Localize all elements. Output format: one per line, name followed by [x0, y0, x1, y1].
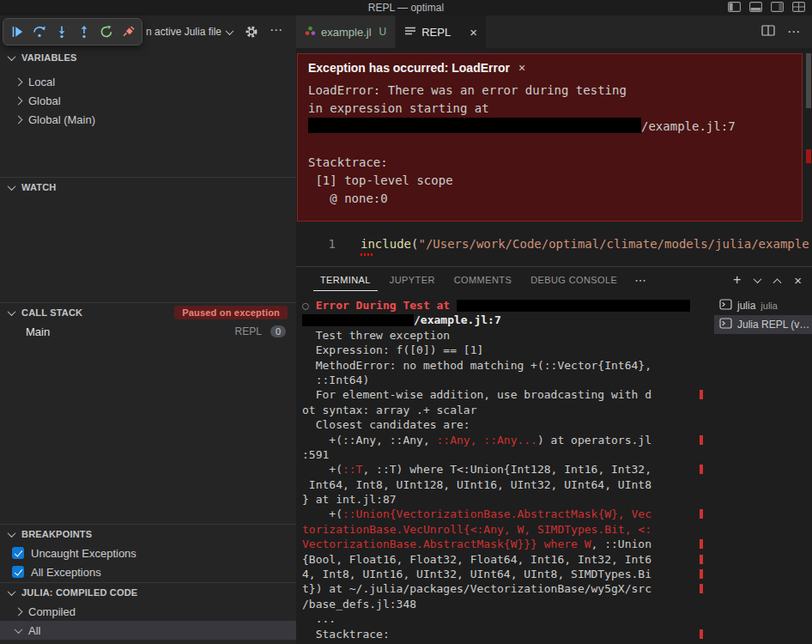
split-editor-icon[interactable] — [761, 24, 775, 40]
call-stack-section-header[interactable]: CALL STACK Paused on exception — [0, 303, 296, 322]
customize-layout-icon[interactable] — [792, 2, 805, 15]
chevron-down-icon — [8, 307, 16, 316]
terminal-line: torizationBase.VecUnroll{<:Any, W, SIMDT… — [302, 522, 710, 537]
toggle-panel-icon[interactable] — [749, 2, 762, 15]
compiled-all-item[interactable]: All — [0, 621, 296, 640]
checkbox-checked-icon[interactable] — [12, 566, 24, 578]
new-terminal-icon[interactable]: + — [733, 273, 741, 287]
chevron-down-icon — [8, 529, 16, 538]
redacted-path — [302, 314, 414, 326]
panel-actions: + × — [733, 273, 812, 287]
panel-tab-debug-console[interactable]: DEBUG CONSOLE — [524, 269, 624, 291]
breakpoints-section-header[interactable]: BREAKPOINTS — [0, 525, 296, 544]
panel-tab-terminal[interactable]: TERMINAL — [313, 269, 378, 291]
tab-example-jl[interactable]: example.jl U — [296, 15, 396, 48]
call-stack-section: CALL STACK Paused on exception Main REPL… — [0, 302, 296, 524]
variables-scope-global-main[interactable]: Global (Main) — [0, 110, 296, 129]
watch-section: WATCH — [0, 177, 296, 302]
exception-line: @ none:0 — [308, 190, 791, 208]
terminal-red-mark-decoration — [700, 509, 703, 519]
debug-step-out-button[interactable] — [73, 21, 94, 43]
terminal-line: Test threw exception — [302, 328, 710, 343]
debug-continue-button[interactable] — [6, 21, 27, 43]
panel-more-tabs-icon[interactable]: ⋯ — [634, 273, 646, 287]
close-exception-icon[interactable]: × — [518, 61, 525, 75]
debug-config-label: n active Julia file — [146, 26, 221, 38]
toggle-secondary-sidebar-icon[interactable] — [771, 2, 784, 15]
exception-title: Exception has occurred: LoadError — [308, 61, 510, 75]
checkbox-checked-icon[interactable] — [12, 547, 24, 559]
terminal-profile-dropdown-icon[interactable] — [754, 275, 762, 283]
breakpoint-all-exceptions[interactable]: All Exceptions — [0, 562, 296, 581]
watch-section-header[interactable]: WATCH — [0, 178, 296, 197]
terminal-line: /base_defs.jl:348 — [302, 597, 710, 611]
variables-section-header[interactable]: VARIABLES — [0, 48, 296, 67]
terminal-line: Int64, Int8, UInt128, UInt16, UInt32, UI… — [302, 477, 710, 492]
chevron-right-icon — [15, 77, 23, 86]
tab-repl[interactable]: REPL × — [396, 15, 486, 48]
debug-restart-button[interactable] — [95, 21, 117, 43]
bottom-panel: TERMINAL JUPYTER COMMENTS DEBUG CONSOLE … — [296, 266, 812, 644]
terminal-line: /example.jl:7 — [302, 313, 710, 327]
maximize-panel-icon[interactable] — [773, 278, 782, 287]
titlebar-layout-controls — [728, 2, 805, 15]
terminal-tab-julia-repl[interactable]: Julia REPL (v… — [714, 315, 812, 334]
variables-scope-local[interactable]: Local — [0, 72, 296, 91]
exception-line: LoadError: There was an error during tes… — [308, 82, 791, 100]
close-tab-icon[interactable]: × — [470, 26, 477, 39]
redacted-path — [457, 300, 690, 312]
scope-label: Global — [28, 94, 61, 107]
scrollbar-thumb[interactable] — [806, 53, 811, 108]
chevron-down-icon — [15, 625, 23, 634]
exception-body: LoadError: There was an error during tes… — [308, 82, 791, 208]
git-untracked-badge: U — [379, 26, 387, 38]
terminal-line: For element-wise addition, use broadcast… — [302, 387, 710, 402]
julia-compiled-code-section: JULIA: COMPILED CODE Compiled All — [0, 582, 296, 644]
terminal-line: +(::T, ::T) where T<:Union{Int128, Int16… — [302, 462, 710, 477]
toggle-primary-sidebar-icon[interactable] — [728, 2, 741, 15]
gear-icon[interactable] — [245, 25, 258, 42]
line-number: 1 — [320, 237, 336, 251]
code-line-1[interactable]: 1 include("/Users/work/Code/optimal/clim… — [296, 235, 812, 256]
chevron-down-icon — [8, 52, 16, 61]
terminal-line: VectorizationBase.AbstractMask{W}}} wher… — [302, 537, 710, 551]
terminal-line: Closest candidates are: — [302, 417, 710, 432]
debug-step-over-button[interactable] — [28, 21, 50, 43]
debug-step-into-button[interactable] — [51, 21, 72, 43]
breakpoint-uncaught-exceptions[interactable]: Uncaught Exceptions — [0, 544, 296, 562]
compiled-item[interactable]: Compiled — [0, 602, 296, 621]
breakpoint-label: All Exceptions — [31, 566, 101, 579]
terminal-line: MethodError: no method matching +(::Vect… — [302, 358, 710, 373]
terminal-tab-julia[interactable]: julia julia — [714, 296, 812, 315]
editor-scrollbar[interactable] — [804, 48, 812, 266]
scope-label: Local — [28, 76, 55, 88]
panel-tab-jupyter[interactable]: JUPYTER — [383, 269, 442, 291]
terminal-line: :591 — [302, 447, 710, 462]
section-title: JULIA: COMPILED CODE — [21, 587, 137, 598]
terminal-line: +(::Any, ::Any, ::Any, ::Any...) at oper… — [302, 433, 710, 447]
section-title: WATCH — [21, 182, 57, 192]
frame-label: Main — [26, 325, 50, 338]
chevron-down-icon — [8, 587, 16, 596]
editor-group: Exception has occurred: LoadError × Load… — [296, 48, 812, 644]
close-panel-icon[interactable]: × — [794, 274, 802, 287]
editor-more-actions-icon[interactable]: ⋯ — [787, 24, 800, 39]
terminal-output[interactable]: ○ Error During Test at /example.jl:7 Tes… — [296, 293, 710, 644]
terminal-line: } at int.jl:87 — [302, 492, 710, 507]
toolbar-row: n active Julia file ⋯ example.jl U REPL … — [0, 15, 812, 48]
call-stack-frame-main[interactable]: Main REPL 0 — [0, 322, 296, 341]
debug-config-dropdown[interactable]: n active Julia file — [146, 15, 233, 48]
panel-tab-comments[interactable]: COMMENTS — [447, 269, 518, 291]
editor-area[interactable]: Exception has occurred: LoadError × Load… — [296, 48, 812, 266]
debug-disconnect-button[interactable] — [118, 21, 139, 43]
breakpoints-section: BREAKPOINTS Uncaught Exceptions All Exce… — [0, 524, 296, 582]
variables-scope-global[interactable]: Global — [0, 91, 296, 110]
titlebar: REPL — optimal — [0, 0, 812, 15]
toolbar-more-actions-icon[interactable]: ⋯ — [270, 22, 282, 38]
exception-line: [1] top-level scope — [308, 172, 791, 190]
exception-line: in expression starting at — [308, 100, 791, 118]
debug-toolbar — [3, 18, 142, 46]
section-title: CALL STACK — [21, 307, 82, 318]
tab-label: REPL — [421, 26, 451, 39]
julia-compiled-code-header[interactable]: JULIA: COMPILED CODE — [0, 583, 296, 602]
